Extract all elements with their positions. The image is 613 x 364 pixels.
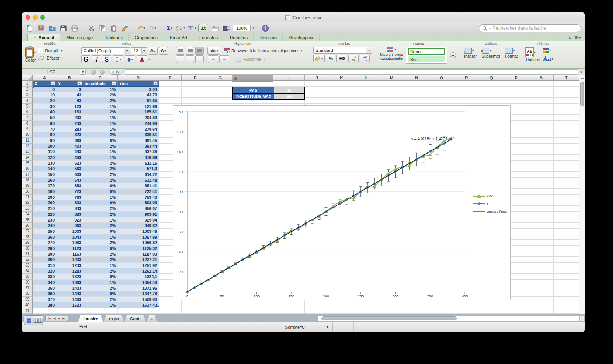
- formula-input[interactable]: [125, 69, 578, 75]
- cell-E40[interactable]: [159, 302, 182, 308]
- cell-T11[interactable]: [554, 138, 579, 144]
- cell-B41[interactable]: [56, 308, 83, 314]
- cell-A38[interactable]: 360: [33, 291, 56, 297]
- cell-A28[interactable]: 260: [33, 234, 56, 240]
- cell-T23[interactable]: [554, 206, 579, 212]
- cell-D29[interactable]: 1056,82: [118, 240, 159, 246]
- cell-D15[interactable]: 511,15: [118, 161, 159, 166]
- cell-C29[interactable]: -2%: [83, 240, 118, 246]
- cell-T38[interactable]: [554, 291, 579, 297]
- cell-E2[interactable]: [159, 87, 182, 92]
- percent-button[interactable]: %: [326, 55, 335, 62]
- cell-P1[interactable]: [454, 81, 479, 87]
- row-header-39[interactable]: 39: [22, 297, 33, 302]
- cell-C36[interactable]: -1%: [83, 280, 118, 285]
- cell-A37[interactable]: 350: [33, 285, 56, 291]
- row-header-14[interactable]: 14: [22, 155, 33, 161]
- cell-Q4[interactable]: [479, 98, 504, 104]
- align-middle-button[interactable]: [186, 47, 194, 55]
- cell-C26[interactable]: -2%: [83, 223, 118, 229]
- cell-S31[interactable]: [529, 251, 554, 257]
- cell-B20[interactable]: 723: [56, 189, 83, 195]
- cell-F4[interactable]: [182, 98, 208, 104]
- sheet-tab-expo[interactable]: expo: [104, 315, 124, 322]
- thousands-button[interactable]: 000: [336, 55, 347, 62]
- cell-B24[interactable]: 883: [56, 212, 83, 217]
- cell-A36[interactable]: 340: [33, 280, 56, 285]
- cell-D26[interactable]: 940,82: [118, 223, 159, 229]
- row-header-30[interactable]: 30: [22, 246, 33, 251]
- cell-A32[interactable]: 300: [33, 257, 56, 263]
- cell-D22[interactable]: 803,03: [118, 200, 159, 206]
- cell-T27[interactable]: [554, 229, 579, 234]
- vertical-scrollbar[interactable]: [579, 75, 585, 314]
- sheet-tab-gantt[interactable]: Gantt: [125, 315, 146, 322]
- cell-G1[interactable]: [208, 81, 232, 87]
- cell-S14[interactable]: [529, 155, 554, 161]
- cell-O3[interactable]: [429, 92, 454, 98]
- align-center-button[interactable]: [186, 55, 194, 63]
- cell-C18[interactable]: -2%: [83, 178, 118, 183]
- cell-L3[interactable]: [354, 92, 379, 98]
- sort-icon[interactable]: AZ▾: [176, 24, 185, 32]
- increase-decimal-button[interactable]: ←.0.00: [348, 55, 359, 62]
- cell-B6[interactable]: 163: [56, 109, 83, 115]
- column-header-K[interactable]: K: [329, 75, 354, 81]
- cell-P41[interactable]: [454, 308, 479, 314]
- row-header-17[interactable]: 17: [22, 172, 33, 178]
- cell-C23[interactable]: 2%: [83, 206, 118, 212]
- filter-dropdown-icon[interactable]: ▼: [77, 81, 82, 85]
- row-header-25[interactable]: 25: [22, 217, 33, 223]
- cell-A35[interactable]: 330: [33, 274, 56, 280]
- cell-M1[interactable]: [379, 81, 404, 87]
- cell-C24[interactable]: 2%: [83, 212, 118, 217]
- cell-B8[interactable]: 243: [56, 121, 83, 126]
- cell-K1[interactable]: [329, 81, 354, 87]
- cell-R2[interactable]: [504, 87, 529, 92]
- workbook-gallery-icon[interactable]: [36, 24, 46, 32]
- cell-A1[interactable]: X▼: [33, 81, 56, 87]
- cell-C8[interactable]: 1%: [83, 121, 118, 126]
- cell-A24[interactable]: 220: [33, 212, 56, 217]
- cell-S30[interactable]: [529, 246, 554, 251]
- paste-icon[interactable]: [109, 24, 118, 32]
- row-header-9[interactable]: 9: [22, 126, 33, 132]
- cell-A11[interactable]: 90: [33, 138, 56, 144]
- cell-C4[interactable]: -2%: [83, 98, 118, 104]
- cell-R41[interactable]: [504, 308, 529, 314]
- styles-more-button[interactable]: ▶: [450, 52, 456, 58]
- cell-T39[interactable]: [554, 297, 579, 302]
- cell-Q1[interactable]: [479, 81, 504, 87]
- cell-C6[interactable]: 2%: [83, 109, 118, 115]
- ribbon-tab-donnees[interactable]: Données: [224, 34, 254, 41]
- cell-C32[interactable]: 2%: [83, 257, 118, 263]
- paste-button[interactable]: ▾ Coller: [25, 47, 36, 62]
- cell-T5[interactable]: [554, 104, 579, 109]
- cell-D32[interactable]: 1227,21: [118, 257, 159, 263]
- cell-S27[interactable]: [529, 229, 554, 234]
- column-header-N[interactable]: N: [404, 75, 429, 81]
- cell-A9[interactable]: 70: [33, 126, 56, 132]
- cell-D27[interactable]: 1003,46: [118, 229, 159, 234]
- cell-D13[interactable]: 437,38: [118, 149, 159, 155]
- zoom-select[interactable]: 100%: [233, 25, 251, 31]
- cell-C33[interactable]: 1%: [83, 263, 118, 268]
- row-header-40[interactable]: 40: [22, 302, 33, 308]
- cell-C41[interactable]: [83, 308, 118, 314]
- cell-A13[interactable]: 110: [33, 149, 56, 155]
- cell-H40[interactable]: [232, 302, 273, 308]
- cell-D6[interactable]: 165,61: [118, 109, 159, 115]
- cell-C2[interactable]: 1%: [83, 87, 118, 92]
- cell-B33[interactable]: 1243: [56, 263, 83, 268]
- cell-D33[interactable]: 1251,92: [118, 263, 159, 268]
- cell-S37[interactable]: [529, 285, 554, 291]
- cell-S36[interactable]: [529, 280, 554, 285]
- cell-S13[interactable]: [529, 149, 554, 155]
- cell-B22[interactable]: 803: [56, 200, 83, 206]
- cell-C40[interactable]: 1%: [83, 302, 118, 308]
- cell-J3[interactable]: [305, 92, 329, 98]
- cell-G41[interactable]: [208, 308, 232, 314]
- filter-dropdown-icon[interactable]: ▼: [112, 81, 116, 85]
- cell-A20[interactable]: 180: [33, 189, 56, 195]
- name-box-stepper[interactable]: ▲▼: [80, 70, 86, 75]
